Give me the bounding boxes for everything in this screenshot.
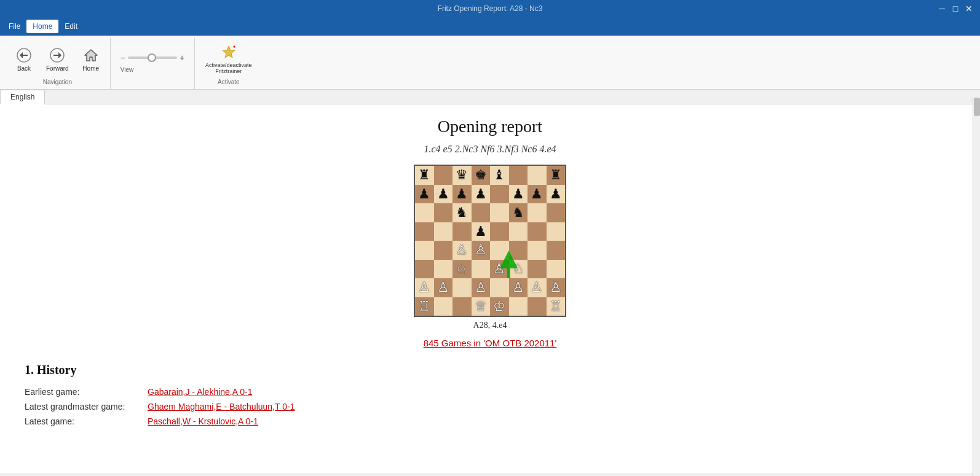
latest-gm-value[interactable]: Ghaem Maghami,E - Batchuluun,T 0-1 — [148, 402, 294, 412]
chess-square — [490, 185, 509, 204]
back-icon — [15, 47, 33, 64]
menu-file[interactable]: File — [2, 20, 26, 33]
chess-square — [528, 166, 547, 185]
chess-square: ♟ — [452, 185, 472, 204]
ribbon: Back Forward — [0, 36, 980, 90]
forward-label: Forward — [46, 65, 69, 72]
chess-square: ♟ — [472, 185, 491, 204]
chess-square — [547, 222, 566, 241]
ribbon-view-group: − + View — [111, 38, 195, 89]
chess-square: ♙ — [528, 278, 547, 297]
close-button[interactable]: ✕ — [963, 2, 975, 15]
chess-square: ♙ — [434, 278, 453, 297]
latest-gm-row: Latest grandmaster game: Ghaem Maghami,E… — [25, 402, 955, 412]
chess-square — [509, 166, 528, 185]
chess-square: ♖ — [547, 297, 566, 316]
zoom-in-button[interactable]: + — [180, 53, 184, 63]
title-bar-title: Fritz Opening Report: A28 - Nc3 — [438, 4, 543, 13]
scrollbar-thumb[interactable] — [974, 98, 980, 116]
chess-square: ♕ — [472, 297, 491, 316]
chess-square: ♞ — [509, 203, 528, 222]
chess-square — [434, 222, 453, 241]
earliest-game-value[interactable]: Gabarain,J - Alekhine,A 0-1 — [148, 387, 252, 397]
chess-square: ♝ — [490, 166, 509, 185]
menu-home[interactable]: Home — [26, 20, 58, 33]
earliest-game-label: Earliest game: — [25, 387, 148, 397]
chess-square — [415, 260, 434, 279]
svg-marker-8 — [223, 46, 235, 58]
chess-square — [509, 222, 528, 241]
chess-square — [509, 241, 528, 260]
latest-game-row: Latest game: Paschall,W - Krstulovic,A 0… — [25, 416, 955, 426]
maximize-button[interactable]: □ — [949, 2, 962, 15]
zoom-out-button[interactable]: − — [121, 53, 125, 63]
home-button[interactable]: Home — [77, 44, 105, 75]
chess-square — [434, 297, 453, 316]
chess-square: ♟ — [528, 185, 547, 204]
chess-square — [547, 241, 566, 260]
tab-english[interactable]: English — [0, 90, 45, 104]
ribbon-activate-group: Activate/deactivate Fritztrainer Activat… — [195, 38, 263, 89]
earliest-game-row: Earliest game: Gabarain,J - Alekhine,A 0… — [25, 387, 955, 397]
activate-buttons: Activate/deactivate Fritztrainer — [200, 41, 258, 77]
tab-bar: English — [0, 90, 980, 104]
navigation-group-label: Navigation — [43, 79, 72, 87]
latest-game-value[interactable]: Paschall,W - Krstulovic,A 0-1 — [148, 416, 258, 426]
chess-square: ♟ — [509, 185, 528, 204]
chess-square: ♚ — [472, 166, 491, 185]
ribbon-navigation-group: Back Forward — [5, 38, 111, 89]
chess-square: ♙ — [452, 241, 472, 260]
back-button[interactable]: Back — [10, 44, 38, 75]
view-slider-row: − + — [121, 53, 184, 63]
home-label: Home — [82, 65, 99, 72]
board-eco-label: A28, 4.e4 — [473, 321, 507, 330]
chess-square — [452, 278, 472, 297]
chess-square — [547, 203, 566, 222]
chess-square: ♖ — [415, 297, 434, 316]
title-bar: Fritz Opening Report: A28 - Nc3 ─ □ ✕ — [0, 0, 980, 17]
title-bar-controls: ─ □ ✕ — [936, 2, 975, 15]
chess-square: ♘ — [509, 260, 528, 279]
chess-square — [452, 297, 472, 316]
chess-board-container: ♜♛♚♝♜♟♟♟♟♟♟♟♞♞♟♙♙♘♙♘♙♙♙♙♙♙♖♕♔♖ A28, 4.e4 — [25, 165, 955, 330]
chess-square: ♙ — [472, 278, 491, 297]
chess-square — [528, 203, 547, 222]
menu-edit[interactable]: Edit — [58, 20, 84, 33]
minimize-button[interactable]: ─ — [936, 2, 948, 15]
navigation-buttons: Back Forward — [10, 41, 105, 77]
svg-line-10 — [234, 46, 235, 47]
chess-square — [490, 241, 509, 260]
activate-button[interactable]: Activate/deactivate Fritztrainer — [200, 41, 258, 77]
chess-square: ♘ — [452, 260, 472, 279]
chess-square: ♔ — [490, 297, 509, 316]
chess-square — [434, 260, 453, 279]
chess-square — [528, 222, 547, 241]
activate-icon — [220, 44, 237, 61]
chess-square: ♙ — [472, 241, 491, 260]
chess-square — [472, 260, 491, 279]
chess-square — [509, 297, 528, 316]
chess-square — [415, 241, 434, 260]
games-link[interactable]: 845 Games in 'OM OTB 202011' — [25, 338, 955, 348]
zoom-slider-thumb[interactable] — [148, 53, 156, 62]
chess-square — [434, 166, 453, 185]
chess-square: ♙ — [490, 260, 509, 279]
back-label: Back — [17, 65, 31, 72]
chess-square — [434, 241, 453, 260]
chess-square — [490, 222, 509, 241]
menu-bar: File Home Edit — [0, 17, 980, 36]
chess-square: ♟ — [472, 222, 491, 241]
forward-button[interactable]: Forward — [41, 44, 74, 75]
scrollbar[interactable] — [973, 97, 980, 476]
chess-square: ♟ — [434, 185, 453, 204]
chess-square — [547, 260, 566, 279]
chess-square: ♙ — [415, 278, 434, 297]
zoom-slider-track[interactable] — [128, 57, 177, 59]
chess-square: ♜ — [415, 166, 434, 185]
chess-board: ♜♛♚♝♜♟♟♟♟♟♟♟♞♞♟♙♙♘♙♘♙♙♙♙♙♙♖♕♔♖ — [414, 165, 566, 317]
chess-square — [415, 222, 434, 241]
activate-label: Activate/deactivate Fritztrainer — [205, 62, 252, 74]
chess-square — [434, 203, 453, 222]
home-icon — [82, 47, 100, 64]
chess-square — [490, 203, 509, 222]
